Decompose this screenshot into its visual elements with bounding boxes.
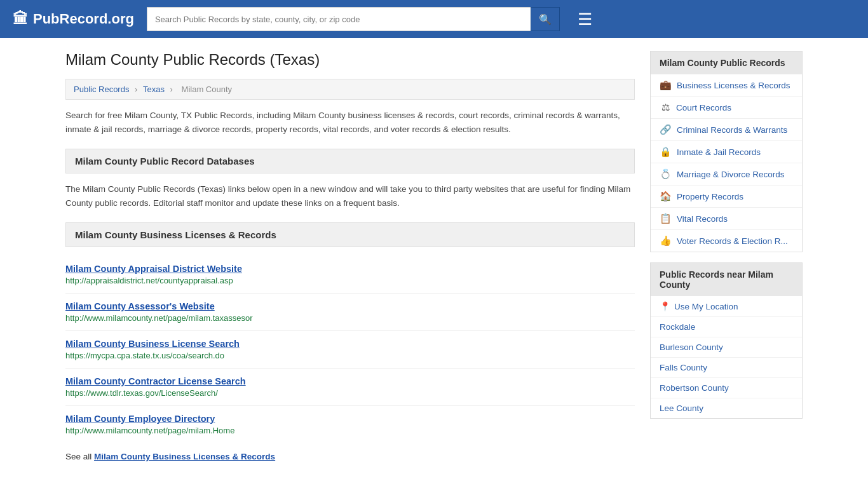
record-url[interactable]: http://appraisaldistrict.net/countyappra… (65, 276, 635, 285)
breadcrumb-sep-1: › (135, 85, 140, 94)
logo-icon: 🏛 (13, 10, 28, 28)
sidebar-box-header: Milam County Public Records (651, 51, 802, 74)
record-title[interactable]: Milam County Appraisal District Website (65, 264, 635, 274)
record-title[interactable]: Milam County Contractor License Search (65, 376, 635, 386)
search-bar: 🔍 (147, 7, 560, 31)
sidebar-item-icon: 💍 (660, 168, 672, 180)
nearby-link[interactable]: Burleson County (651, 337, 802, 358)
business-section-header: Milam County Business Licenses & Records (65, 222, 635, 247)
sidebar-item-label: Voter Records & Election R... (677, 236, 788, 246)
record-title[interactable]: Milam County Business License Search (65, 339, 635, 349)
main-container: Milam County Public Records (Texas) Publ… (53, 38, 815, 474)
sidebar-record-item[interactable]: 🏠Property Records (651, 186, 802, 208)
main-content: Milam County Public Records (Texas) Publ… (65, 51, 635, 461)
sidebar-item-icon: 🔗 (660, 124, 672, 135)
nearby-link[interactable]: Robertson County (651, 378, 802, 398)
use-my-location[interactable]: 📍 Use My Location (651, 296, 802, 317)
sidebar-item-icon: 💼 (660, 79, 672, 91)
sidebar-item-label: Business Licenses & Records (677, 81, 790, 90)
intro-text: Search for free Milam County, TX Public … (65, 109, 635, 136)
sidebar-nearby-box: Public Records near Milam County 📍 Use M… (650, 262, 803, 419)
breadcrumb-milam-county: Milam County (182, 85, 232, 94)
sidebar-item-icon: ⚖ (660, 102, 671, 113)
sidebar: Milam County Public Records 💼Business Li… (650, 51, 803, 461)
record-title[interactable]: Milam County Employee Directory (65, 414, 635, 424)
nearby-link[interactable]: Falls County (651, 358, 802, 378)
nearby-header: Public Records near Milam County (651, 263, 802, 296)
record-url[interactable]: http://www.milamcounty.net/page/milam.Ho… (65, 426, 635, 435)
record-entry: Milam County Contractor License Search h… (65, 369, 635, 406)
breadcrumb: Public Records › Texas › Milam County (65, 79, 635, 100)
sidebar-record-item[interactable]: 💼Business Licenses & Records (651, 74, 802, 97)
record-entry: Milam County Employee Directory http://w… (65, 406, 635, 443)
search-button[interactable]: 🔍 (531, 7, 560, 31)
sidebar-item-label: Marriage & Divorce Records (677, 170, 785, 179)
sidebar-item-label: Property Records (677, 192, 743, 201)
record-url[interactable]: https://mycpa.cpa.state.tx.us/coa/search… (65, 351, 635, 360)
sidebar-record-item[interactable]: 💍Marriage & Divorce Records (651, 163, 802, 186)
record-url[interactable]: http://www.milamcounty.net/page/milam.ta… (65, 313, 635, 323)
see-all-text: See all (65, 452, 92, 461)
sidebar-record-item[interactable]: 👍Voter Records & Election R... (651, 230, 802, 252)
pin-icon: 📍 (660, 301, 670, 311)
sidebar-record-item[interactable]: ⚖Court Records (651, 97, 802, 119)
databases-section-header: Milam County Public Record Databases (65, 149, 635, 173)
see-all-link[interactable]: Milam County Business Licenses & Records (94, 452, 275, 461)
sidebar-record-item[interactable]: 📋Vital Records (651, 208, 802, 230)
sidebar-item-icon: 👍 (660, 235, 672, 247)
sidebar-item-label: Vital Records (677, 214, 728, 224)
see-all-section: See all Milam County Business Licenses &… (65, 452, 635, 461)
nearby-link[interactable]: Lee County (651, 398, 802, 418)
sidebar-record-item[interactable]: 🔒Inmate & Jail Records (651, 141, 802, 163)
records-list: Milam County Appraisal District Website … (65, 256, 635, 443)
sidebar-item-icon: 🔒 (660, 146, 672, 158)
sidebar-record-item[interactable]: 🔗Criminal Records & Warrants (651, 119, 802, 141)
sidebar-item-icon: 🏠 (660, 191, 672, 202)
breadcrumb-sep-2: › (170, 85, 175, 94)
sidebar-public-records-box: Milam County Public Records 💼Business Li… (650, 51, 803, 252)
databases-desc: The Milam County Public Records (Texas) … (65, 182, 635, 210)
record-entry: Milam County Business License Search htt… (65, 331, 635, 369)
nearby-links-list: RockdaleBurleson CountyFalls CountyRober… (651, 317, 802, 418)
sidebar-item-label: Court Records (676, 103, 731, 112)
logo-text: PubRecord.org (33, 11, 134, 27)
sidebar-item-icon: 📋 (660, 213, 672, 224)
page-title: Milam County Public Records (Texas) (65, 51, 635, 69)
sidebar-item-label: Inmate & Jail Records (677, 147, 761, 157)
sidebar-items-list: 💼Business Licenses & Records⚖Court Recor… (651, 74, 802, 252)
search-input[interactable] (147, 7, 531, 31)
breadcrumb-texas[interactable]: Texas (143, 85, 165, 94)
record-entry: Milam County Assessor's Website http://w… (65, 294, 635, 331)
use-my-location-label: Use My Location (674, 302, 738, 311)
breadcrumb-public-records[interactable]: Public Records (74, 85, 129, 94)
record-entry: Milam County Appraisal District Website … (65, 256, 635, 294)
record-title[interactable]: Milam County Assessor's Website (65, 301, 635, 311)
nearby-link[interactable]: Rockdale (651, 317, 802, 337)
record-url[interactable]: https://www.tdlr.texas.gov/LicenseSearch… (65, 388, 635, 398)
site-logo[interactable]: 🏛 PubRecord.org (13, 10, 134, 28)
hamburger-menu[interactable]: ☰ (578, 10, 592, 29)
sidebar-item-label: Criminal Records & Warrants (677, 125, 787, 135)
site-header: 🏛 PubRecord.org 🔍 ☰ (0, 0, 868, 38)
